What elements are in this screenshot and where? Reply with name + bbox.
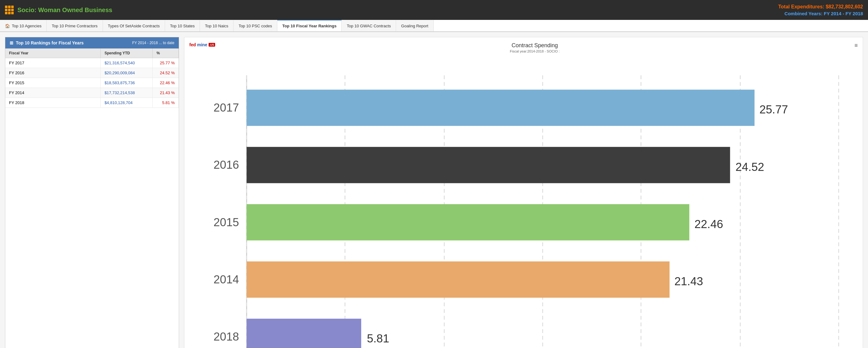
bar-2017 xyxy=(247,90,754,126)
expenditures-label: Total Expenditures: xyxy=(778,4,824,9)
tab-setaside[interactable]: Types Of SetAside Contracts xyxy=(103,20,165,31)
cell-year: FY 2018 xyxy=(5,98,101,108)
tab-goaling[interactable]: Goaling Report xyxy=(396,20,433,31)
bar-2018 xyxy=(247,319,361,348)
pct-value: 22.46 % xyxy=(160,81,175,85)
cell-year: FY 2014 xyxy=(5,88,101,98)
total-expenditures: Total Expenditures: $82,732,802,602 xyxy=(778,4,863,10)
table-row: FY 2018 $4,810,128,704 5.81 % xyxy=(5,98,179,108)
cell-spending[interactable]: $21,316,574,540 xyxy=(101,58,153,68)
col-header-pct: % xyxy=(153,49,179,58)
chart-panel: fedmine.US Contract Spending Fiscal year… xyxy=(184,37,863,348)
table-row: FY 2016 $20,290,009,084 24.52 % xyxy=(5,68,179,78)
table-panel: ⊞ Top 10 Rankings for Fiscal Years FY 20… xyxy=(5,37,179,348)
logo-fed: fed xyxy=(189,42,196,47)
cell-spending[interactable]: $20,290,009,084 xyxy=(101,68,153,78)
chart-menu-icon[interactable]: ≡ xyxy=(854,42,858,49)
bar-chart: 0 5 10 15 20 25 30 Percentage 2017 2016 … xyxy=(189,56,858,348)
bar-label-2014: 21.43 xyxy=(674,275,703,288)
combined-value: FY 2014 - FY 2018 xyxy=(824,11,863,16)
pct-value: 5.81 % xyxy=(162,100,175,105)
svg-text:2018: 2018 xyxy=(214,330,239,343)
col-header-spending: Spending YTD xyxy=(101,49,153,58)
cell-pct: 25.77 % xyxy=(153,58,179,68)
tab-prime-contractors-label: Top 10 Prime Contractors xyxy=(52,24,97,28)
fedmine-logo: fedmine.US xyxy=(189,42,215,47)
tab-gwac[interactable]: Top 10 GWAC Contracts xyxy=(342,20,396,31)
svg-text:2015: 2015 xyxy=(214,216,239,229)
pct-value: 21.43 % xyxy=(160,90,175,95)
bar-label-2018: 5.81 xyxy=(367,332,389,345)
pct-value: 25.77 % xyxy=(160,61,175,65)
cell-year: FY 2017 xyxy=(5,58,101,68)
bar-label-2015: 22.46 xyxy=(694,218,723,230)
chart-subtitle: Fiscal year:2014-2018 - SOCIO : xyxy=(215,50,855,53)
header-right: Total Expenditures: $82,732,802,602 Comb… xyxy=(778,4,863,16)
cell-pct: 22.46 % xyxy=(153,78,179,88)
spending-link[interactable]: $21,316,574,540 xyxy=(104,61,135,65)
main-content: ⊞ Top 10 Rankings for Fiscal Years FY 20… xyxy=(0,32,868,348)
bar-label-2017: 25.77 xyxy=(760,103,788,116)
expenditures-value: $82,732,802,602 xyxy=(826,4,863,9)
app-title: Socio: Woman Owned Business xyxy=(18,6,112,14)
tab-prime-contractors[interactable]: Top 10 Prime Contractors xyxy=(46,20,102,31)
logo-us: .US xyxy=(209,43,215,46)
spending-link[interactable]: $20,290,009,084 xyxy=(104,70,135,75)
tab-goaling-label: Goaling Report xyxy=(401,24,428,28)
chart-header: fedmine.US Contract Spending Fiscal year… xyxy=(189,42,858,53)
table-icon: ⊞ xyxy=(10,40,13,45)
nav-tabs: 🏠 Top 10 Agencies Top 10 Prime Contracto… xyxy=(0,20,868,32)
tab-naics-label: Top 10 Naics xyxy=(205,24,228,28)
svg-text:2016: 2016 xyxy=(214,158,239,171)
bar-2014 xyxy=(247,261,669,298)
table-date-range: FY 2014 - 2018 ... to date xyxy=(132,41,175,45)
cell-pct: 24.52 % xyxy=(153,68,179,78)
tab-states[interactable]: Top 10 States xyxy=(165,20,200,31)
table-header-left: ⊞ Top 10 Rankings for Fiscal Years xyxy=(10,40,84,45)
cell-year: FY 2016 xyxy=(5,68,101,78)
tab-agencies-label: Top 10 Agencies xyxy=(12,24,41,28)
tab-naics[interactable]: Top 10 Naics xyxy=(200,20,234,31)
table-row: FY 2017 $21,316,574,540 25.77 % xyxy=(5,58,179,68)
spending-link[interactable]: $18,583,875,736 xyxy=(104,81,135,85)
cell-spending[interactable]: $17,732,214,538 xyxy=(101,88,153,98)
combined-label: Combined Years: xyxy=(784,11,822,16)
header-left: Socio: Woman Owned Business xyxy=(5,6,112,14)
home-icon: 🏠 xyxy=(5,24,10,28)
cell-pct: 5.81 % xyxy=(153,98,179,108)
svg-text:2017: 2017 xyxy=(214,101,239,114)
combined-years: Combined Years: FY 2014 - FY 2018 xyxy=(778,11,863,16)
tab-states-label: Top 10 States xyxy=(170,24,195,28)
bar-2015 xyxy=(247,204,689,241)
cell-spending[interactable]: $4,810,128,704 xyxy=(101,98,153,108)
table-row: FY 2014 $17,732,214,538 21.43 % xyxy=(5,88,179,98)
spending-link[interactable]: $4,810,128,704 xyxy=(104,100,132,105)
spending-link[interactable]: $17,732,214,538 xyxy=(104,90,135,95)
bar-2016 xyxy=(247,147,730,183)
col-header-year: Fiscal Year xyxy=(5,49,101,58)
header: Socio: Woman Owned Business Total Expend… xyxy=(0,0,868,20)
tab-fiscal-year[interactable]: Top 10 Fiscal Year Rankings xyxy=(277,20,342,31)
table-header-row: Fiscal Year Spending YTD % xyxy=(5,49,179,58)
table-row: FY 2015 $18,583,875,736 22.46 % xyxy=(5,78,179,88)
tab-gwac-label: Top 10 GWAC Contracts xyxy=(347,24,391,28)
cell-pct: 21.43 % xyxy=(153,88,179,98)
chart-title: Contract Spending xyxy=(215,42,855,49)
table-title: Top 10 Rankings for Fiscal Years xyxy=(16,40,84,45)
bar-label-2016: 24.52 xyxy=(736,161,764,173)
tab-agencies[interactable]: 🏠 Top 10 Agencies xyxy=(0,20,46,31)
tab-psc[interactable]: Top 10 PSC codes xyxy=(234,20,277,31)
table-header: ⊞ Top 10 Rankings for Fiscal Years FY 20… xyxy=(5,37,179,49)
grid-icon xyxy=(5,6,14,14)
cell-year: FY 2015 xyxy=(5,78,101,88)
svg-text:2014: 2014 xyxy=(214,273,239,286)
chart-title-area: Contract Spending Fiscal year:2014-2018 … xyxy=(215,42,855,53)
tab-psc-label: Top 10 PSC codes xyxy=(239,24,272,28)
fiscal-year-table: Fiscal Year Spending YTD % FY 2017 $21,3… xyxy=(5,49,179,108)
tab-setaside-label: Types Of SetAside Contracts xyxy=(108,24,160,28)
cell-spending[interactable]: $18,583,875,736 xyxy=(101,78,153,88)
logo-mine: mine xyxy=(197,42,207,47)
tab-fiscal-year-label: Top 10 Fiscal Year Rankings xyxy=(282,24,336,28)
pct-value: 24.52 % xyxy=(160,70,175,75)
